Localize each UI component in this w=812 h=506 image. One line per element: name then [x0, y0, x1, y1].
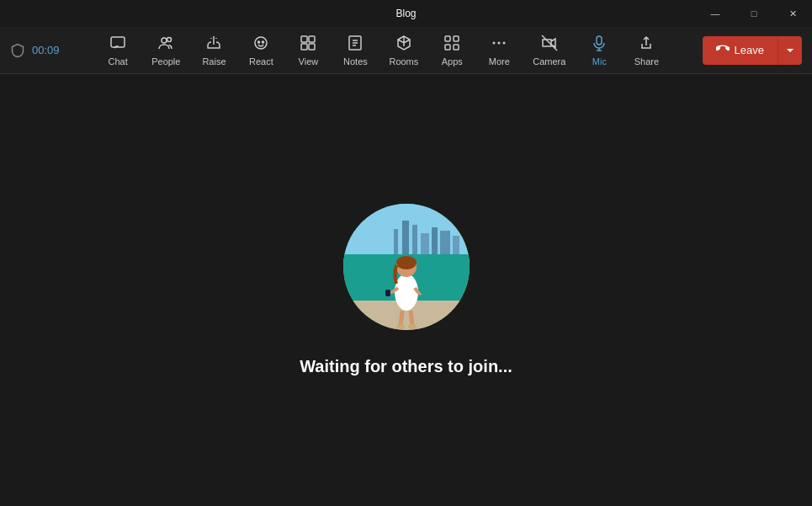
rooms-icon: [395, 35, 412, 54]
people-label: People: [151, 56, 180, 67]
maximize-button[interactable]: □: [735, 0, 773, 27]
minimize-button[interactable]: —: [696, 0, 735, 27]
share-icon: [638, 35, 655, 54]
apps-icon: [443, 35, 460, 54]
close-button[interactable]: ✕: [773, 0, 812, 27]
leave-button[interactable]: Leave: [703, 36, 778, 65]
main-content: Waiting for others to join...: [0, 74, 812, 506]
raise-label: Raise: [202, 56, 226, 67]
react-button[interactable]: React: [239, 29, 283, 72]
chat-icon: [109, 35, 126, 54]
svg-point-16: [498, 41, 501, 44]
svg-rect-11: [445, 36, 450, 41]
notes-button[interactable]: Notes: [333, 29, 377, 72]
svg-point-38: [343, 204, 470, 330]
more-label: More: [489, 56, 510, 67]
chat-button[interactable]: Chat: [96, 29, 140, 72]
toolbar-center: Chat People Raise: [62, 29, 703, 72]
mic-icon: [591, 35, 608, 54]
shield-icon: [10, 43, 25, 58]
svg-rect-8: [301, 44, 307, 50]
react-label: React: [249, 56, 273, 67]
svg-point-3: [255, 37, 267, 49]
mic-button[interactable]: Mic: [577, 29, 621, 72]
avatar-image: [343, 204, 470, 330]
svg-point-4: [258, 41, 260, 43]
window-controls: — □ ✕: [696, 0, 812, 27]
share-button[interactable]: Share: [624, 29, 668, 72]
window-title: Blog: [395, 8, 416, 19]
camera-label: Camera: [533, 56, 565, 67]
svg-point-17: [503, 41, 506, 44]
chevron-down-icon: [785, 45, 795, 56]
notes-icon: [347, 35, 364, 54]
svg-rect-12: [454, 36, 459, 41]
camera-icon: [541, 35, 558, 54]
toolbar: 00:09 Chat People: [0, 27, 812, 74]
call-timer: 00:09: [32, 44, 62, 56]
user-avatar: [343, 204, 470, 330]
rooms-label: Rooms: [389, 56, 418, 67]
people-icon: [157, 35, 174, 54]
toolbar-right: Leave: [703, 36, 802, 65]
apps-label: Apps: [442, 56, 463, 67]
view-icon: [300, 35, 316, 54]
svg-rect-7: [309, 36, 315, 42]
apps-button[interactable]: Apps: [430, 29, 474, 72]
svg-rect-6: [301, 36, 307, 42]
svg-rect-0: [111, 37, 125, 47]
svg-point-2: [167, 37, 172, 41]
raise-icon: [205, 35, 222, 54]
more-icon: [491, 35, 507, 54]
svg-rect-9: [309, 44, 315, 50]
waiting-message: Waiting for others to join...: [300, 357, 512, 376]
svg-point-1: [162, 38, 167, 43]
camera-button[interactable]: Camera: [524, 29, 574, 72]
svg-point-5: [263, 41, 264, 43]
rooms-button[interactable]: Rooms: [380, 29, 427, 72]
title-bar: Blog — □ ✕: [0, 0, 812, 27]
toolbar-left: 00:09: [10, 43, 62, 58]
raise-button[interactable]: Raise: [192, 29, 236, 72]
more-button[interactable]: More: [477, 29, 521, 72]
leave-label: Leave: [735, 44, 764, 56]
svg-point-15: [493, 41, 496, 44]
phone-icon: [716, 42, 730, 58]
mic-label: Mic: [592, 56, 607, 67]
leave-dropdown-button[interactable]: [778, 36, 802, 65]
svg-rect-19: [597, 36, 602, 45]
chat-label: Chat: [109, 56, 128, 67]
react-icon: [252, 35, 269, 54]
view-button[interactable]: View: [286, 29, 330, 72]
svg-rect-13: [445, 45, 450, 50]
svg-rect-14: [454, 45, 459, 50]
share-label: Share: [634, 56, 659, 67]
notes-label: Notes: [343, 56, 368, 67]
view-label: View: [299, 56, 319, 67]
people-button[interactable]: People: [143, 29, 188, 72]
